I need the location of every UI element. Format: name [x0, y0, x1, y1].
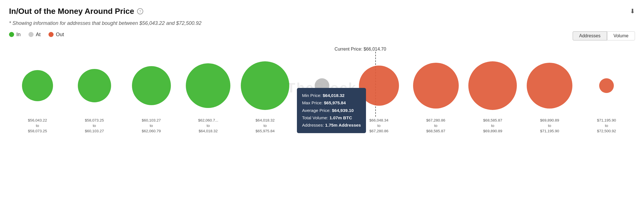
label-col-8: $68,585.87to$69,890.89 — [464, 117, 521, 137]
subtitle: * Showing information for addresses that… — [9, 20, 635, 26]
bubble-col-4 — [237, 57, 294, 114]
legend-label-out: Out — [56, 32, 64, 38]
bubble-col-8 — [464, 57, 521, 114]
header-row: In/Out of the Money Around Price ? ⬇ — [9, 7, 635, 16]
bubble-7 — [413, 63, 459, 109]
bubble-col-3 — [180, 57, 237, 114]
main-container: In/Out of the Money Around Price ? ⬇ * S… — [0, 0, 644, 197]
bubble-col-1 — [66, 57, 123, 114]
download-icon[interactable]: ⬇ — [630, 8, 635, 15]
bubble-1 — [78, 69, 111, 102]
bubble-8 — [468, 61, 517, 110]
label-col-3: $62,060.7...to$64,018.32 — [180, 117, 237, 137]
bubbles-row — [9, 57, 635, 114]
label-col-7: $67,280.86to$68,585.87 — [407, 117, 464, 137]
bubble-5 — [315, 78, 329, 93]
bubble-col-6 — [350, 57, 407, 114]
labels-row: $56,043.22to$58,073.25$58,073.25to$60,10… — [9, 117, 635, 137]
title-area: In/Out of the Money Around Price ? — [9, 7, 143, 16]
chart-area: TheBlock Current Price: $66,014.70 $56,0… — [9, 46, 635, 137]
toggle-addresses-button[interactable]: Addresses — [573, 31, 607, 40]
bubble-9 — [527, 63, 572, 109]
legend-item-in: In — [9, 32, 21, 38]
bubble-10 — [599, 78, 614, 93]
label-col-5: $65,975.84to$66,048.34 — [294, 117, 350, 137]
legend-label-in: In — [16, 32, 21, 38]
toggle-volume-button[interactable]: Volume — [607, 31, 635, 40]
legend-label-at: At — [36, 32, 41, 38]
bubble-col-5 — [294, 57, 350, 114]
label-col-1: $58,073.25to$60,103.27 — [66, 117, 123, 137]
bubble-col-9 — [521, 57, 578, 114]
bubble-4 — [241, 61, 289, 110]
label-col-6: $66,048.34to$67,280.86 — [350, 117, 407, 137]
help-icon[interactable]: ? — [137, 8, 143, 14]
bubble-2 — [132, 66, 171, 105]
bubble-col-7 — [407, 57, 464, 114]
page-title: In/Out of the Money Around Price — [9, 7, 134, 16]
legend-item-out: Out — [48, 32, 64, 38]
bubble-3 — [186, 63, 230, 108]
legend-dot-at — [28, 32, 34, 37]
label-col-2: $60,103.27to$62,060.79 — [123, 117, 180, 137]
legend-dot-out — [48, 32, 54, 37]
label-col-10: $71,195.90to$72,500.92 — [578, 117, 635, 137]
legend-item-at: At — [28, 32, 41, 38]
label-col-4: $64,018.32to$65,975.84 — [237, 117, 294, 137]
label-col-9: $69,890.89to$71,195.90 — [521, 117, 578, 137]
bubble-0 — [22, 70, 53, 101]
bubble-6 — [359, 66, 399, 106]
bubble-col-0 — [9, 57, 66, 114]
current-price-label: Current Price: $66,014.70 — [334, 47, 386, 52]
toggle-row: Addresses Volume — [573, 31, 635, 40]
bubble-col-2 — [123, 57, 180, 114]
legend-dot-in — [9, 32, 14, 37]
legend-row: In At Out — [9, 32, 64, 38]
label-col-0: $56,043.22to$58,073.25 — [9, 117, 66, 137]
bubble-col-10 — [578, 57, 635, 114]
